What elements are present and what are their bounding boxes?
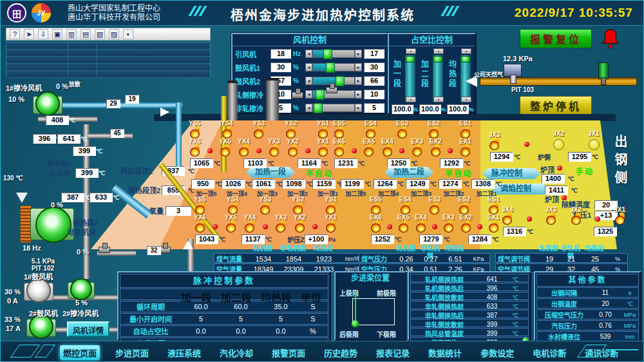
burner[interactable]: ES5 [370, 196, 382, 214]
burner[interactable]: YX5 [219, 138, 231, 157]
nav-tab-2[interactable]: 液压系统 [164, 345, 204, 360]
blower1-icon[interactable] [26, 278, 51, 303]
burner[interactable]: EX4 [381, 138, 393, 157]
slider-down-arrow-icon[interactable]: ▪ [461, 97, 471, 102]
slider-track[interactable] [312, 104, 355, 112]
burner[interactable]: EX1 [459, 138, 471, 157]
burner[interactable]: EX2 [460, 214, 472, 233]
slider-up-arrow-icon[interactable]: ▪ [461, 48, 471, 54]
nav-tab-1[interactable]: 步进页面 [112, 345, 152, 360]
nav-tab-5[interactable]: 历史趋势 [321, 345, 361, 360]
doc-icon[interactable]: ▧ [95, 29, 105, 39]
nav-tab-3[interactable]: 汽化冷却 [216, 345, 256, 360]
mail-icon[interactable]: ➤ [24, 29, 34, 39]
burner[interactable]: YX2 [287, 138, 299, 157]
slider-right-arrow-icon[interactable]: ▸ [355, 104, 362, 112]
chart-icon[interactable]: ▥ [66, 29, 77, 39]
alarm-row[interactable] [6, 50, 210, 57]
slider-left-arrow-icon[interactable]: ◂ [305, 63, 312, 71]
burner[interactable]: JX1 [588, 131, 600, 150]
nav-tab-8[interactable]: 参数设定 [477, 345, 517, 360]
alarm-row[interactable] [6, 57, 210, 64]
print-icon[interactable]: ▨ [109, 29, 119, 39]
burner[interactable]: YX1 [317, 138, 329, 157]
alarm-row[interactable] [6, 43, 210, 50]
burner[interactable]: ES1 [488, 196, 500, 214]
slider-left-arrow-icon[interactable]: ◂ [305, 77, 312, 85]
folder-icon[interactable]: ▣ [52, 29, 62, 39]
burner[interactable]: ES2 [458, 196, 470, 214]
nav-tab-6[interactable]: 报表记录 [373, 345, 413, 360]
slider-thumb[interactable] [316, 90, 325, 100]
burner[interactable]: ES4 [365, 120, 377, 138]
furnace-stop-button[interactable]: 整炉停机 [520, 96, 592, 115]
burner[interactable]: ES1 [459, 120, 471, 138]
burner[interactable]: EX6 [333, 138, 345, 157]
nav-tab-4[interactable]: 报警页面 [269, 345, 308, 360]
slider-thumb[interactable] [323, 49, 332, 59]
burner[interactable]: YS2 [292, 196, 304, 214]
burner[interactable]: EX4 [415, 214, 427, 233]
burner[interactable]: EX6 [370, 214, 382, 233]
burner[interactable]: YS4 [221, 120, 233, 138]
burner[interactable]: YS5 [189, 120, 201, 138]
export-icon[interactable]: ▤ [80, 29, 91, 39]
burner[interactable]: JX4 [502, 207, 513, 225]
burner[interactable]: YX4 [244, 214, 256, 233]
download-icon[interactable]: ⇩ [38, 29, 48, 39]
burner[interactable]: EX3 [442, 214, 455, 233]
duty-slider[interactable]: 加一段▪▪100.0% [393, 48, 419, 111]
slider-left-arrow-icon[interactable]: ◂ [305, 50, 312, 58]
nav-tab-9[interactable]: 电机诊断 [529, 345, 569, 360]
fan-slider[interactable]: ◂▸ [305, 104, 362, 112]
burner[interactable]: YX1 [325, 214, 337, 233]
burner[interactable]: EX5 [397, 214, 410, 233]
burner[interactable]: EX3 [411, 138, 423, 157]
burner[interactable]: ES5 [333, 120, 345, 138]
burner[interactable]: ES4 [399, 196, 412, 214]
duty-thumb[interactable] [461, 56, 470, 62]
slider-track[interactable] [312, 50, 355, 58]
slider-thumb[interactable] [314, 103, 323, 113]
burner[interactable]: JX2 [570, 207, 582, 225]
slider-thumb[interactable] [326, 62, 335, 73]
burner[interactable]: JX1 [614, 207, 625, 225]
burner[interactable]: YS1 [325, 196, 337, 214]
slider-right-arrow-icon[interactable]: ▸ [355, 50, 362, 58]
burner[interactable]: ES3 [429, 196, 441, 214]
burner[interactable]: JX2 [553, 131, 565, 150]
burner[interactable]: YS1 [317, 120, 329, 138]
alarm-list[interactable] [6, 42, 211, 77]
lock-icon[interactable]: ▪ [123, 29, 133, 39]
burner[interactable]: EX2 [430, 138, 442, 157]
slider-down-arrow-icon[interactable]: ▪ [433, 97, 444, 102]
slider-track[interactable] [312, 63, 355, 71]
burner[interactable]: YX6 [189, 138, 201, 157]
duty-slider[interactable]: 加二段▪▪100.0% [421, 48, 447, 111]
fan-slider[interactable]: ◂▸ [305, 50, 362, 58]
burner[interactable]: JX3 [489, 132, 500, 150]
alarm-reset-button[interactable]: 报警复位 [520, 29, 592, 48]
duty-track[interactable] [432, 55, 444, 102]
burner[interactable]: JX3 [545, 207, 557, 225]
burner[interactable]: YS3 [260, 196, 272, 214]
burner[interactable]: EX1 [488, 214, 500, 233]
burner[interactable]: YX5 [225, 214, 237, 233]
burner[interactable]: EX5 [363, 138, 375, 157]
burner[interactable]: YS2 [285, 120, 297, 138]
slider-up-arrow-icon[interactable]: ▪ [406, 48, 416, 54]
duty-track[interactable] [404, 55, 416, 102]
duty-thumb[interactable] [433, 56, 442, 62]
pulse-control-button[interactable]: 脉冲控制 [482, 168, 540, 179]
burner[interactable]: YX4 [238, 138, 250, 157]
slider-right-arrow-icon[interactable]: ▸ [355, 77, 362, 85]
nav-tab-7[interactable]: 数据统计 [425, 345, 465, 360]
alarm-row[interactable] [6, 71, 210, 78]
slider-up-arrow-icon[interactable]: ▪ [433, 48, 444, 54]
slider-left-arrow-icon[interactable]: ◂ [305, 104, 312, 112]
slider-thumb[interactable] [336, 76, 345, 86]
slider-left-arrow-icon[interactable]: ◂ [305, 90, 312, 99]
fan-detail-button[interactable]: 风机详情 [67, 321, 109, 337]
id-fan-icon[interactable] [35, 207, 71, 243]
alarm-row[interactable] [6, 64, 210, 71]
